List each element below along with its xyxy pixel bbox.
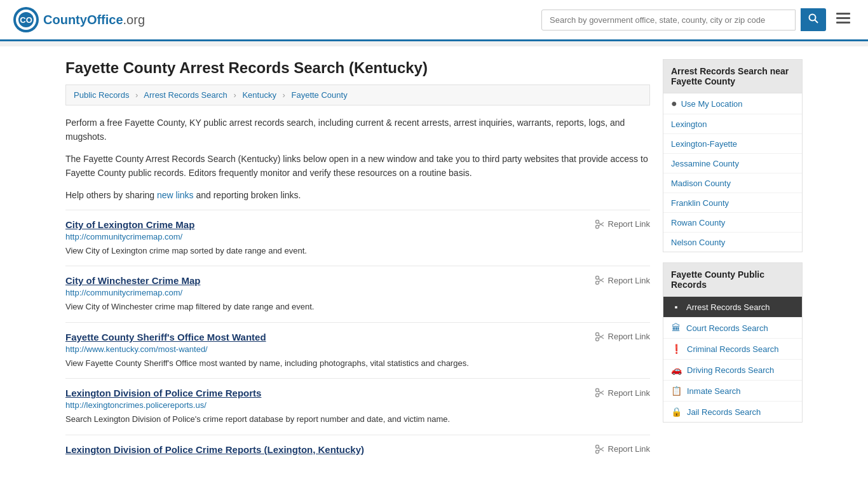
search-input[interactable] — [541, 10, 796, 30]
result-link[interactable]: Lexington Division of Police Crime Repor… — [65, 444, 364, 455]
result-url: http://www.kentucky.com/most-wanted/ — [65, 344, 650, 354]
scissors-icon — [595, 219, 605, 229]
description-3: Help others by sharing new links and rep… — [65, 188, 650, 202]
inmate-search-link[interactable]: 📋 Inmate Search — [663, 381, 802, 401]
svg-line-5 — [815, 20, 818, 24]
svg-rect-6 — [836, 13, 850, 15]
result-link[interactable]: City of Lexington Crime Map — [65, 219, 194, 230]
sub-header-bar — [0, 41, 868, 46]
result-title: City of Lexington Crime Map — [65, 219, 194, 230]
report-link-button[interactable]: Report Link — [595, 275, 650, 285]
search-button[interactable] — [801, 8, 826, 31]
records-list-item: 🔒 Jail Records Search — [663, 402, 802, 422]
jail-icon: 🔒 — [671, 407, 682, 417]
content-area: Fayette County Arrest Records Search (Ke… — [65, 59, 650, 464]
search-area — [541, 8, 855, 31]
result-link[interactable]: Fayette County Sheriff's Office Most Wan… — [65, 332, 266, 342]
nearby-jessamine-link[interactable]: Jessamine County — [671, 159, 739, 168]
arrest-records-link[interactable]: ▪ Arrest Records Search — [663, 297, 802, 317]
records-list-item: ❗ Criminal Records Search — [663, 339, 802, 360]
result-desc: View City of Lexington crime map sorted … — [65, 245, 650, 257]
nearby-list: ● Use My Location Lexington Lexington-Fa… — [663, 93, 802, 252]
nearby-list-item: Rowan County — [663, 213, 802, 233]
nearby-lexington-fayette-link[interactable]: Lexington-Fayette — [671, 139, 737, 149]
report-link-button[interactable]: Report Link — [595, 332, 650, 342]
logo-area: CO CountyOffice.org — [13, 6, 145, 33]
result-title: City of Winchester Crime Map — [65, 275, 200, 286]
result-link[interactable]: City of Winchester Crime Map — [65, 275, 200, 286]
logo-icon: CO — [13, 6, 39, 33]
nearby-list-item: Franklin County — [663, 193, 802, 213]
result-url: http://communitycrimemap.com/ — [65, 288, 650, 297]
use-location-link[interactable]: ● Use My Location — [671, 98, 794, 109]
result-item: City of Winchester Crime Map Report Link… — [65, 266, 650, 322]
jail-records-link[interactable]: 🔒 Jail Records Search — [663, 402, 802, 422]
svg-point-10 — [595, 225, 599, 228]
result-header: City of Lexington Crime Map Report Link — [65, 219, 650, 230]
nearby-nelson-link[interactable]: Nelson County — [671, 238, 725, 247]
report-link-button[interactable]: Report Link — [595, 444, 650, 454]
breadcrumb-public-records[interactable]: Public Records — [74, 90, 129, 100]
sidebar-records-section: Fayette County Public Records ▪ Arrest R… — [663, 262, 803, 423]
scissors-icon — [595, 388, 605, 398]
criminal-icon: ❗ — [671, 344, 682, 354]
report-link-button[interactable]: Report Link — [595, 388, 650, 398]
use-location-item: ● Use My Location — [663, 93, 802, 114]
records-list-item: 🚗 Driving Records Search — [663, 360, 802, 381]
sidebar: Arrest Records Search near Fayette Count… — [663, 59, 803, 464]
results-list: City of Lexington Crime Map Report Link … — [65, 210, 650, 464]
sidebar-nearby-section: Arrest Records Search near Fayette Count… — [663, 59, 803, 252]
records-list-item: 🏛 Court Records Search — [663, 318, 802, 339]
svg-point-17 — [595, 332, 599, 336]
page-title: Fayette County Arrest Records Search (Ke… — [65, 59, 650, 77]
inmate-icon: 📋 — [671, 386, 682, 396]
result-title: Lexington Division of Police Crime Repor… — [65, 444, 364, 455]
driving-records-link[interactable]: 🚗 Driving Records Search — [663, 360, 802, 380]
location-icon: ● — [671, 98, 677, 109]
svg-point-18 — [595, 337, 599, 341]
svg-point-26 — [595, 450, 599, 453]
scissors-icon — [595, 275, 605, 285]
nearby-franklin-link[interactable]: Franklin County — [671, 198, 729, 208]
svg-point-21 — [595, 389, 599, 392]
records-section-title: Fayette County Public Records — [663, 263, 802, 297]
svg-point-4 — [810, 15, 816, 21]
breadcrumb-arrest-records[interactable]: Arrest Records Search — [144, 90, 227, 100]
result-desc: View Fayette County Sheriff's Office mos… — [65, 357, 650, 370]
svg-point-9 — [595, 220, 599, 223]
svg-point-22 — [595, 394, 599, 397]
nearby-list-item: Lexington — [663, 114, 802, 134]
breadcrumb-fayette-county[interactable]: Fayette County — [291, 90, 347, 100]
nearby-madison-link[interactable]: Madison County — [671, 179, 731, 188]
result-link[interactable]: Lexington Division of Police Crime Repor… — [65, 388, 261, 398]
result-url: http://lexingtoncrimes.policereports.us/ — [65, 400, 650, 410]
svg-rect-8 — [836, 22, 850, 24]
nearby-rowan-link[interactable]: Rowan County — [671, 218, 725, 227]
records-list: ▪ Arrest Records Search 🏛 Court Records … — [663, 297, 802, 422]
site-header: CO CountyOffice.org — [0, 0, 868, 41]
breadcrumb-sep-1: › — [135, 90, 138, 100]
description-1: Perform a free Fayette County, KY public… — [65, 116, 650, 144]
logo-text: CountyOffice.org — [43, 13, 145, 27]
new-links-link[interactable]: new links — [157, 190, 194, 200]
court-records-link[interactable]: 🏛 Court Records Search — [663, 318, 802, 338]
result-header: Fayette County Sheriff's Office Most Wan… — [65, 332, 650, 342]
report-link-button[interactable]: Report Link — [595, 219, 650, 229]
criminal-records-link[interactable]: ❗ Criminal Records Search — [663, 339, 802, 359]
driving-icon: 🚗 — [671, 365, 682, 375]
svg-point-14 — [595, 281, 599, 285]
breadcrumb-kentucky[interactable]: Kentucky — [242, 90, 276, 100]
result-url: http://communitycrimemap.com/ — [65, 232, 650, 241]
result-header: Lexington Division of Police Crime Repor… — [65, 388, 650, 398]
result-desc: View City of Winchester crime map filter… — [65, 301, 650, 313]
nearby-lexington-link[interactable]: Lexington — [671, 119, 707, 129]
result-desc: Search Lexington Division of Police's cr… — [65, 413, 650, 426]
result-item: Fayette County Sheriff's Office Most Wan… — [65, 322, 650, 379]
scissors-icon — [595, 444, 605, 454]
scissors-icon — [595, 332, 605, 342]
result-item: City of Lexington Crime Map Report Link … — [65, 210, 650, 266]
nearby-section-title: Arrest Records Search near Fayette Count… — [663, 60, 802, 93]
svg-point-13 — [595, 276, 599, 280]
menu-button[interactable] — [831, 9, 855, 30]
breadcrumb-sep-3: › — [283, 90, 285, 100]
